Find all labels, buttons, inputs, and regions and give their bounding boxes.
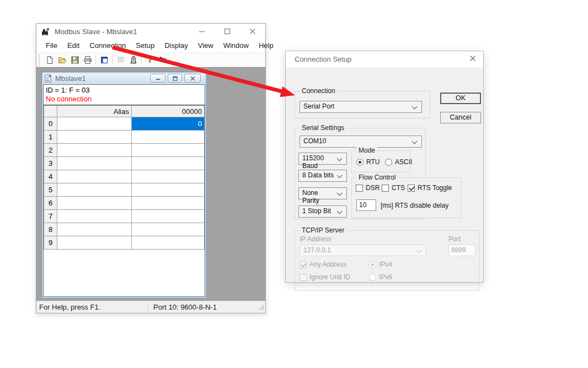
new-button[interactable] [43, 53, 56, 66]
alias-cell[interactable] [57, 223, 132, 236]
table-row: 1 [44, 131, 205, 144]
menu-display[interactable]: Display [159, 39, 193, 52]
print-button[interactable] [81, 53, 94, 66]
dialog-title-bar: Connection Setup [286, 51, 483, 67]
rtu-radio[interactable]: RTU [356, 158, 379, 166]
ip-address-select[interactable]: 127.0.0.1 [300, 245, 426, 256]
value-cell[interactable] [131, 236, 204, 250]
connection-type-select[interactable]: Serial Port [300, 101, 422, 113]
poll-definition-button[interactable] [114, 53, 127, 66]
alias-cell[interactable] [57, 117, 132, 131]
child-minimize-button[interactable] [150, 74, 165, 83]
value-cell[interactable] [131, 183, 204, 197]
row-number-cell[interactable]: 0 [44, 117, 57, 131]
value-cell[interactable] [131, 144, 204, 157]
communication-traffic-button[interactable] [127, 53, 140, 66]
menu-edit[interactable]: Edit [62, 39, 84, 52]
alias-column-header[interactable]: Alias [57, 106, 132, 117]
menu-window[interactable]: Window [218, 39, 254, 52]
value-cell[interactable] [131, 223, 204, 236]
stop-bits-select[interactable]: 1 Stop Bit [298, 205, 347, 218]
dialog-close-button[interactable] [469, 55, 476, 63]
address-column-header[interactable]: 00000 [131, 106, 204, 117]
menu-file[interactable]: File [41, 39, 62, 52]
value-cell[interactable]: 0 [131, 117, 204, 131]
child-window-title: Mbslave1 [55, 74, 86, 83]
baud-rate-select[interactable]: 115200 Baud [298, 153, 347, 165]
child-close-button[interactable] [184, 74, 201, 83]
toolbar-grip[interactable] [39, 55, 41, 66]
row-number-cell[interactable]: 7 [44, 210, 57, 223]
rts-toggle-checkbox[interactable]: RTS Toggle [408, 184, 452, 192]
alias-cell[interactable] [57, 144, 132, 157]
row-number-cell[interactable]: 4 [44, 170, 57, 183]
cts-checkbox-label: CTS [392, 184, 405, 192]
value-cell[interactable] [131, 197, 204, 210]
help-button[interactable]: ? [143, 53, 156, 66]
any-address-checkbox-label: Any Address [309, 261, 346, 268]
serial-settings-group-label: Serial Settings [300, 124, 346, 132]
any-address-checkbox[interactable]: Any Address [300, 261, 346, 268]
save-button[interactable] [68, 53, 81, 66]
ignore-unit-id-checkbox-label: Ignore Unit ID [309, 273, 350, 281]
maximize-button[interactable] [215, 24, 240, 39]
row-number-cell[interactable]: 6 [44, 197, 57, 210]
rts-delay-input[interactable]: 10 [356, 199, 376, 211]
flow-control-group: Flow Control DSR CTS RTS Toggle 10 [ms] … [351, 177, 461, 218]
row-number-cell[interactable]: 2 [44, 144, 57, 157]
port-label: Port [448, 235, 461, 243]
menu-view[interactable]: View [193, 39, 218, 52]
row-number-cell[interactable]: 3 [44, 157, 57, 170]
menu-connection[interactable]: Connection [84, 39, 131, 52]
slave-id-text: ID = 1: F = 03 [46, 85, 202, 95]
display-setup-button[interactable] [98, 53, 110, 66]
alias-cell[interactable] [57, 210, 132, 223]
alias-cell[interactable] [57, 197, 132, 210]
value-cell[interactable] [131, 210, 204, 223]
tcp-port-input[interactable]: 8899 [448, 245, 475, 256]
dsr-checkbox-label: DSR [366, 184, 379, 192]
row-number-cell[interactable]: 1 [44, 131, 57, 144]
checkbox-box [300, 261, 307, 268]
open-button[interactable] [56, 53, 68, 66]
resize-grip[interactable] [258, 304, 264, 310]
cancel-button[interactable]: Cancel [440, 112, 481, 123]
mbslave1-child-window: Mbslave1 ID = 1: F = 03 No connect [41, 72, 207, 299]
ip-address-label: IP Address [300, 235, 332, 243]
alias-cell[interactable] [57, 131, 132, 144]
dialog-body: Connection Serial Port OK Cancel Serial … [286, 67, 483, 282]
alias-cell[interactable] [57, 157, 132, 170]
slave-info-panel: ID = 1: F = 03 No connection [44, 85, 205, 105]
alias-cell[interactable] [57, 183, 132, 197]
child-restore-button[interactable] [168, 74, 182, 83]
ignore-unit-id-checkbox[interactable]: Ignore Unit ID [300, 273, 350, 281]
corner-header-cell[interactable] [44, 106, 57, 117]
menu-setup[interactable]: Setup [131, 39, 159, 52]
row-number-cell[interactable]: 8 [44, 223, 57, 236]
alias-cell[interactable] [57, 170, 132, 183]
row-number-cell[interactable]: 5 [44, 183, 57, 197]
alias-cell[interactable] [57, 236, 132, 250]
register-table: Alias 00000 00123456789 [44, 105, 205, 250]
com-port-select[interactable]: COM10 [300, 136, 422, 148]
value-cell[interactable] [131, 170, 204, 183]
value-cell[interactable] [131, 157, 204, 170]
ipv4-radio[interactable]: IPv4 [369, 261, 392, 268]
context-help-button[interactable]: ? [156, 53, 169, 66]
parity-select[interactable]: None Parity [298, 187, 347, 199]
tcp-ip-group-label: TCP/IP Server [300, 226, 346, 234]
value-cell[interactable] [131, 131, 204, 144]
flow-control-group-label: Flow Control [356, 174, 398, 181]
ascii-radio[interactable]: ASCII [385, 158, 412, 166]
window-title: Modbus Slave - Mbslave1 [55, 28, 137, 36]
menu-help[interactable]: Help [254, 39, 279, 52]
dsr-checkbox[interactable]: DSR [356, 184, 379, 192]
rts-toggle-checkbox-label: RTS Toggle [418, 184, 452, 192]
row-number-cell[interactable]: 9 [44, 236, 57, 250]
cts-checkbox[interactable]: CTS [382, 184, 405, 192]
ok-button[interactable]: OK [440, 93, 481, 104]
minimize-button[interactable] [189, 24, 215, 39]
data-bits-select[interactable]: 8 Data bits [298, 170, 347, 182]
close-button[interactable] [240, 24, 265, 39]
ipv6-radio[interactable]: IPv6 [369, 273, 392, 281]
